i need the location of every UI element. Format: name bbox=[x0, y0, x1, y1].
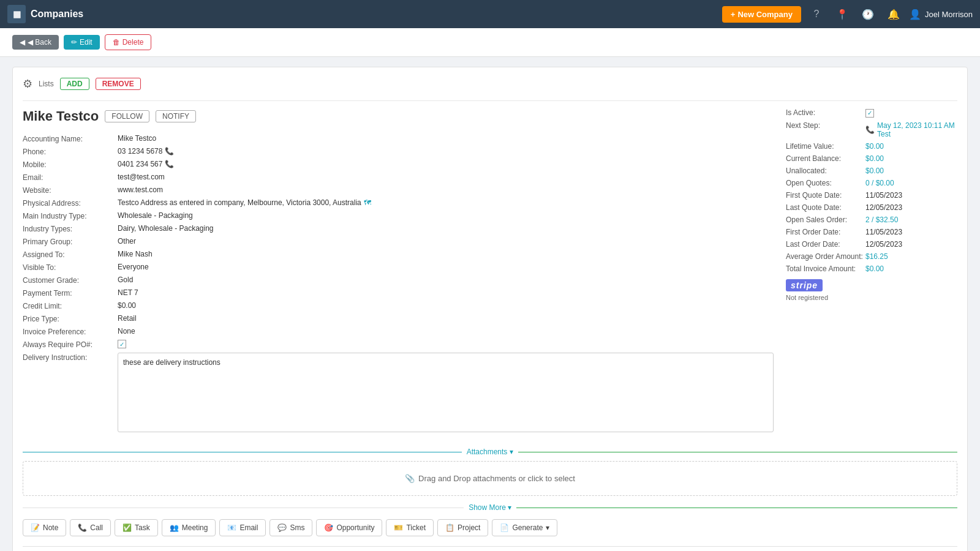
last-quote-date-row: Last Quote Date: 12/05/2023 bbox=[786, 203, 957, 212]
delivery-instruction-container: these are delivery instructions bbox=[118, 353, 774, 434]
edit-button[interactable]: ✏ Edit bbox=[64, 35, 100, 50]
user-name: Joel Morrison bbox=[925, 10, 973, 19]
mobile-label: Mobile: bbox=[23, 160, 118, 169]
mobile-row: Mobile: 0401 234 567 📞 bbox=[23, 160, 774, 169]
industry-types-label: Industry Types: bbox=[23, 224, 118, 233]
is-active-value: ✓ bbox=[865, 108, 957, 118]
sms-icon: 💬 bbox=[277, 523, 287, 532]
delete-button[interactable]: 🗑 Delete bbox=[105, 34, 152, 50]
primary-group-row: Primary Group: Other bbox=[23, 237, 774, 246]
tab-sales[interactable]: 📊 Sales bbox=[352, 547, 399, 551]
open-quotes-row: Open Quotes: 0 / $0.00 bbox=[786, 179, 957, 187]
call-button[interactable]: 📞 Call bbox=[70, 519, 111, 536]
tab-shipments[interactable]: 🚚 Shipments bbox=[399, 547, 462, 551]
project-button[interactable]: 📋 Project bbox=[437, 519, 488, 536]
main-industry-value: Wholesale - Packaging bbox=[118, 211, 774, 220]
assigned-to-value: Mike Nash bbox=[118, 250, 774, 258]
lifetime-value-label: Lifetime Value: bbox=[786, 142, 865, 151]
assigned-to-row: Assigned To: Mike Nash bbox=[23, 250, 774, 259]
sms-button[interactable]: 💬 Sms bbox=[270, 519, 312, 536]
next-step-value: 📞 May 12, 2023 10:11 AM Test bbox=[865, 121, 957, 138]
delivery-instruction-textarea[interactable]: these are delivery instructions bbox=[118, 353, 774, 432]
show-more-button[interactable]: Show More ▾ bbox=[464, 503, 516, 512]
opportunity-button[interactable]: 🎯 Opportunity bbox=[316, 519, 382, 536]
tab-invoices[interactable]: 🧾 Invoices bbox=[462, 547, 518, 551]
main-content: ⚙ Lists ADD REMOVE Mike Testco FOLLOW NO… bbox=[0, 57, 980, 551]
email-label: Email: bbox=[23, 173, 118, 182]
tab-pricelists[interactable]: 💲 Pricelists bbox=[293, 547, 352, 551]
new-company-button[interactable]: + New Company bbox=[722, 6, 801, 23]
help-button[interactable]: ? bbox=[806, 4, 827, 24]
tab-contacts[interactable]: 👤 Contacts bbox=[90, 547, 148, 551]
unallocated-value: $0.00 bbox=[865, 167, 957, 175]
notification-button[interactable]: 🔔 bbox=[883, 4, 904, 24]
industry-types-value: Dairy, Wholesale - Packaging bbox=[118, 224, 774, 233]
lists-label: Lists bbox=[39, 80, 54, 88]
website-row: Website: www.test.com bbox=[23, 186, 774, 195]
first-quote-date-label: First Quote Date: bbox=[786, 191, 865, 200]
follow-button[interactable]: FOLLOW bbox=[105, 110, 149, 122]
meeting-button[interactable]: 👥 Meeting bbox=[162, 519, 216, 536]
is-active-checkbox[interactable]: ✓ bbox=[865, 109, 874, 118]
open-sales-order-label: Open Sales Order: bbox=[786, 216, 865, 224]
tab-customer-sales[interactable]: 💼 Customer & Sales bbox=[205, 547, 293, 551]
divider-line-right bbox=[518, 452, 957, 452]
app-title: Companies bbox=[31, 9, 83, 20]
main-industry-row: Main Industry Type: Wholesale - Packagin… bbox=[23, 211, 774, 220]
payment-term-label: Payment Term: bbox=[23, 288, 118, 298]
tab-priorities[interactable]: ⭐ Priorities bbox=[148, 547, 205, 551]
lists-add-button[interactable]: ADD bbox=[60, 78, 89, 90]
tab-timeline[interactable]: 📅 Timeline bbox=[23, 547, 90, 551]
open-quotes-label: Open Quotes: bbox=[786, 179, 865, 187]
visible-to-row: Visible To: Everyone bbox=[23, 263, 774, 272]
lists-remove-button[interactable]: REMOVE bbox=[96, 78, 141, 90]
back-button[interactable]: ◀ ◀ Back bbox=[12, 35, 59, 50]
notify-button[interactable]: NOTIFY bbox=[156, 110, 196, 122]
mobile-phone-icon: 📞 bbox=[165, 160, 174, 168]
task-button[interactable]: ✅ Task bbox=[115, 519, 158, 536]
invoice-preference-value: None bbox=[118, 327, 774, 335]
website-value: www.test.com bbox=[118, 186, 774, 194]
generate-icon: 📄 bbox=[500, 523, 509, 532]
credit-limit-row: Credit Limit: $0.00 bbox=[23, 301, 774, 310]
note-button[interactable]: 📝 Note bbox=[23, 519, 66, 536]
current-balance-value: $0.00 bbox=[865, 154, 957, 163]
user-menu[interactable]: 👤 Joel Morrison bbox=[909, 9, 973, 20]
open-sales-order-row: Open Sales Order: 2 / $32.50 bbox=[786, 216, 957, 224]
show-more-line-left bbox=[23, 508, 464, 508]
last-quote-date-label: Last Quote Date: bbox=[786, 203, 865, 212]
total-invoice-row: Total Invoice Amount: $0.00 bbox=[786, 264, 957, 273]
primary-group-label: Primary Group: bbox=[23, 237, 118, 246]
history-icon: 🕐 bbox=[862, 9, 874, 20]
invoice-preference-label: Invoice Preference: bbox=[23, 327, 118, 336]
note-icon: 📝 bbox=[31, 523, 40, 532]
pin-button[interactable]: 📍 bbox=[832, 4, 853, 24]
attachments-dropzone[interactable]: 📎 Drag and Drop attachments or click to … bbox=[23, 461, 957, 496]
is-active-row: Is Active: ✓ bbox=[786, 108, 957, 118]
open-quotes-value: 0 / $0.00 bbox=[865, 179, 957, 187]
opportunity-icon: 🎯 bbox=[324, 523, 333, 532]
back-icon: ◀ bbox=[20, 38, 25, 47]
ticket-button[interactable]: 🎫 Ticket bbox=[386, 519, 434, 536]
payment-term-row: Payment Term: NET 7 bbox=[23, 288, 774, 298]
attachments-label: Attachments ▾ bbox=[462, 448, 519, 456]
always-require-po-checkbox[interactable]: ✓ bbox=[118, 340, 126, 348]
address-row: Physical Address: Testco Address as ente… bbox=[23, 198, 774, 208]
email-button[interactable]: 📧 Email bbox=[219, 519, 266, 536]
pin-icon: 📍 bbox=[836, 9, 848, 20]
meeting-icon: 👥 bbox=[170, 523, 179, 532]
accounting-name-label: Accounting Name: bbox=[23, 134, 118, 143]
accounting-name-row: Accounting Name: Mike Testco bbox=[23, 134, 774, 143]
plus-icon: + bbox=[731, 10, 736, 19]
credit-limit-value: $0.00 bbox=[118, 301, 774, 310]
ticket-icon: 🎫 bbox=[394, 523, 403, 532]
tab-purchase-invoices[interactable]: 📑 Purchase Invoices bbox=[518, 547, 606, 551]
website-label: Website: bbox=[23, 186, 118, 195]
map-icon: 🗺 bbox=[364, 198, 371, 207]
history-button[interactable]: 🕐 bbox=[858, 4, 878, 24]
price-type-value: Retail bbox=[118, 314, 774, 323]
first-quote-date-value: 11/05/2023 bbox=[865, 191, 957, 200]
company-card: ⚙ Lists ADD REMOVE Mike Testco FOLLOW NO… bbox=[12, 67, 968, 551]
generate-button[interactable]: 📄 Generate ▾ bbox=[492, 519, 557, 536]
stripe-logo: stripe bbox=[786, 279, 823, 291]
